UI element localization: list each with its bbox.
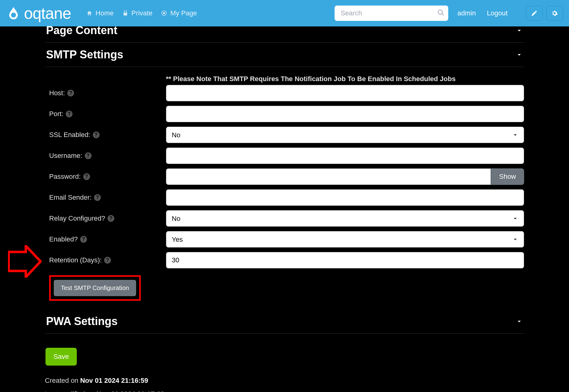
- help-icon[interactable]: ?: [93, 131, 100, 138]
- nav-mypage[interactable]: My Page: [161, 9, 197, 17]
- help-icon[interactable]: ?: [94, 194, 101, 201]
- annotation-highlight-box: Test SMTP Configuration: [49, 275, 141, 301]
- help-icon[interactable]: ?: [80, 236, 87, 243]
- test-smtp-button[interactable]: Test SMTP Configuration: [54, 280, 136, 296]
- search-wrap: [335, 6, 448, 21]
- ssl-enabled-select[interactable]: No: [166, 127, 524, 143]
- settings-button[interactable]: [546, 6, 563, 21]
- port-input[interactable]: [166, 106, 524, 122]
- save-button[interactable]: Save: [45, 348, 77, 366]
- password-label: Password: ?: [45, 173, 166, 181]
- help-icon[interactable]: ?: [85, 152, 92, 159]
- help-icon[interactable]: ?: [66, 111, 73, 117]
- help-icon[interactable]: ?: [108, 215, 114, 222]
- show-password-button[interactable]: Show: [491, 168, 524, 185]
- retention-input[interactable]: [166, 252, 524, 269]
- nav-label: Private: [131, 9, 152, 17]
- page-content-title: Page Content: [46, 24, 117, 37]
- help-icon[interactable]: ?: [104, 257, 111, 264]
- home-icon: [86, 10, 92, 16]
- chevron-down-icon: [516, 51, 523, 58]
- logo[interactable]: oqtane: [6, 4, 71, 22]
- target-icon: [161, 10, 167, 16]
- annotation-arrow: [8, 245, 42, 278]
- smtp-note: ** Please Note That SMTP Requires The No…: [166, 75, 524, 83]
- username-input[interactable]: [166, 147, 524, 164]
- edit-button[interactable]: [526, 6, 543, 21]
- smtp-section-header[interactable]: SMTP Settings: [45, 43, 524, 67]
- help-icon[interactable]: ?: [67, 90, 74, 96]
- search-input[interactable]: [335, 6, 448, 21]
- top-header: oqtane Home Private My Page admin Logout: [0, 0, 569, 26]
- enabled-select[interactable]: Yes: [166, 231, 524, 248]
- logo-text: oqtane: [24, 4, 71, 22]
- chevron-down-icon: [516, 318, 523, 325]
- record-meta: Created on Nov 01 2024 21:16:59 Last mod…: [45, 377, 524, 392]
- nav-private[interactable]: Private: [122, 9, 152, 17]
- retention-label: Retention (Days): ?: [45, 256, 166, 264]
- search-button[interactable]: [437, 9, 445, 18]
- pencil-icon: [531, 10, 538, 17]
- help-icon[interactable]: ?: [83, 173, 90, 180]
- svg-point-2: [163, 12, 165, 14]
- host-label: Host: ?: [45, 89, 166, 97]
- port-label: Port: ?: [45, 110, 166, 118]
- search-icon: [437, 9, 445, 17]
- droplet-icon: [6, 6, 21, 21]
- pwa-section-header[interactable]: PWA Settings: [45, 309, 524, 334]
- page-content-section-header[interactable]: Page Content: [45, 24, 524, 43]
- host-input[interactable]: [166, 85, 524, 101]
- email-sender-input[interactable]: [166, 189, 524, 206]
- header-links: admin Logout: [457, 6, 563, 21]
- main-nav: Home Private My Page: [86, 9, 197, 17]
- user-link[interactable]: admin: [457, 9, 476, 17]
- pwa-title: PWA Settings: [46, 315, 118, 328]
- last-modified-on: Last modified on Nov 01 2024 21:17:02: [45, 390, 524, 392]
- password-input[interactable]: [166, 168, 491, 185]
- relay-configured-label: Relay Configured? ?: [45, 214, 166, 222]
- lock-icon: [122, 10, 128, 16]
- relay-configured-select[interactable]: No: [166, 210, 524, 227]
- nav-label: My Page: [170, 9, 197, 17]
- smtp-title: SMTP Settings: [46, 48, 123, 61]
- email-sender-label: Email Sender: ?: [45, 194, 166, 202]
- enabled-label: Enabled? ?: [45, 235, 166, 243]
- username-label: Username: ?: [45, 152, 166, 160]
- chevron-down-icon: [516, 27, 523, 34]
- nav-home[interactable]: Home: [86, 9, 114, 17]
- svg-point-0: [11, 13, 16, 18]
- smtp-form: Host: ? Port: ? SSL Enabled: ? No Userna…: [45, 85, 524, 301]
- gear-icon: [551, 10, 558, 17]
- nav-label: Home: [96, 9, 114, 17]
- logout-link[interactable]: Logout: [487, 9, 508, 17]
- created-on: Created on Nov 01 2024 21:16:59: [45, 377, 524, 385]
- ssl-enabled-label: SSL Enabled: ?: [45, 131, 166, 139]
